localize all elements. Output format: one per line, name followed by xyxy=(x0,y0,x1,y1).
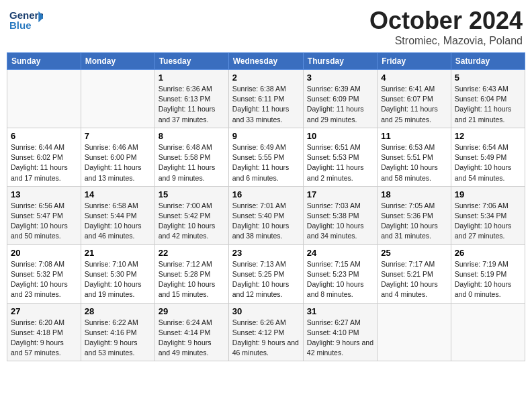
day-number: 2 xyxy=(232,73,300,83)
day-number: 8 xyxy=(159,131,225,141)
day-info: Sunrise: 7:01 AM Sunset: 5:40 PM Dayligh… xyxy=(232,201,300,242)
weekday-header-saturday: Saturday xyxy=(451,53,525,70)
day-info: Sunrise: 6:53 AM Sunset: 5:51 PM Dayligh… xyxy=(381,142,447,183)
day-number: 30 xyxy=(232,306,300,316)
weekday-header-monday: Monday xyxy=(81,53,154,70)
calendar-cell: 17Sunrise: 7:03 AM Sunset: 5:38 PM Dayli… xyxy=(303,186,377,244)
day-info: Sunrise: 6:41 AM Sunset: 6:07 PM Dayligh… xyxy=(381,84,447,125)
day-info: Sunrise: 7:05 AM Sunset: 5:36 PM Dayligh… xyxy=(381,201,447,242)
calendar-cell: 2Sunrise: 6:38 AM Sunset: 6:11 PM Daylig… xyxy=(228,70,303,128)
day-info: Sunrise: 6:49 AM Sunset: 5:55 PM Dayligh… xyxy=(232,142,300,183)
day-number: 28 xyxy=(85,306,151,316)
day-info: Sunrise: 7:17 AM Sunset: 5:21 PM Dayligh… xyxy=(381,259,447,300)
day-info: Sunrise: 6:48 AM Sunset: 5:58 PM Dayligh… xyxy=(159,142,225,183)
calendar-cell: 20Sunrise: 7:08 AM Sunset: 5:32 PM Dayli… xyxy=(7,244,81,303)
day-number: 7 xyxy=(85,131,151,141)
page-header: General Blue October 2024 Stromiec, Mazo… xyxy=(7,7,525,47)
calendar-cell: 12Sunrise: 6:54 AM Sunset: 5:49 PM Dayli… xyxy=(451,128,525,186)
calendar-cell: 8Sunrise: 6:48 AM Sunset: 5:58 PM Daylig… xyxy=(154,128,228,186)
calendar-table: SundayMondayTuesdayWednesdayThursdayFrid… xyxy=(7,52,525,361)
week-row-5: 27Sunrise: 6:20 AM Sunset: 4:18 PM Dayli… xyxy=(7,303,525,361)
calendar-cell: 15Sunrise: 7:00 AM Sunset: 5:42 PM Dayli… xyxy=(154,186,228,244)
day-info: Sunrise: 6:56 AM Sunset: 5:47 PM Dayligh… xyxy=(11,201,77,242)
day-info: Sunrise: 6:38 AM Sunset: 6:11 PM Dayligh… xyxy=(232,84,300,125)
day-info: Sunrise: 6:43 AM Sunset: 6:04 PM Dayligh… xyxy=(455,84,521,125)
day-number: 31 xyxy=(307,306,373,316)
day-info: Sunrise: 7:03 AM Sunset: 5:38 PM Dayligh… xyxy=(307,201,373,242)
day-number: 26 xyxy=(455,248,521,258)
day-info: Sunrise: 7:00 AM Sunset: 5:42 PM Dayligh… xyxy=(159,201,225,242)
day-info: Sunrise: 7:12 AM Sunset: 5:28 PM Dayligh… xyxy=(159,259,225,300)
calendar-cell xyxy=(81,70,154,128)
day-number: 18 xyxy=(381,189,447,199)
logo: General Blue xyxy=(9,7,44,34)
day-number: 22 xyxy=(159,248,225,258)
day-number: 3 xyxy=(307,73,373,83)
calendar-cell: 26Sunrise: 7:19 AM Sunset: 5:19 PM Dayli… xyxy=(451,244,525,303)
day-info: Sunrise: 6:51 AM Sunset: 5:53 PM Dayligh… xyxy=(307,142,373,183)
day-info: Sunrise: 6:58 AM Sunset: 5:44 PM Dayligh… xyxy=(85,201,151,242)
day-number: 6 xyxy=(11,131,77,141)
day-number: 20 xyxy=(11,248,77,258)
calendar-cell: 14Sunrise: 6:58 AM Sunset: 5:44 PM Dayli… xyxy=(81,186,154,244)
day-info: Sunrise: 6:27 AM Sunset: 4:10 PM Dayligh… xyxy=(307,318,373,359)
day-number: 24 xyxy=(307,248,373,258)
calendar-cell: 6Sunrise: 6:44 AM Sunset: 6:02 PM Daylig… xyxy=(7,128,81,186)
day-number: 23 xyxy=(232,248,300,258)
day-info: Sunrise: 7:15 AM Sunset: 5:23 PM Dayligh… xyxy=(307,259,373,300)
calendar-cell xyxy=(451,303,525,361)
calendar-cell xyxy=(378,303,451,361)
day-info: Sunrise: 6:44 AM Sunset: 6:02 PM Dayligh… xyxy=(11,142,77,183)
day-number: 10 xyxy=(307,131,373,141)
day-number: 13 xyxy=(11,189,77,199)
day-info: Sunrise: 6:39 AM Sunset: 6:09 PM Dayligh… xyxy=(307,84,373,125)
calendar-cell xyxy=(7,70,81,128)
day-info: Sunrise: 6:20 AM Sunset: 4:18 PM Dayligh… xyxy=(11,318,77,359)
day-number: 11 xyxy=(381,131,447,141)
weekday-header-friday: Friday xyxy=(378,53,451,70)
day-number: 14 xyxy=(85,189,151,199)
calendar-cell: 29Sunrise: 6:24 AM Sunset: 4:14 PM Dayli… xyxy=(154,303,228,361)
weekday-header-wednesday: Wednesday xyxy=(228,53,303,70)
calendar-cell: 3Sunrise: 6:39 AM Sunset: 6:09 PM Daylig… xyxy=(303,70,377,128)
day-number: 21 xyxy=(85,248,151,258)
day-number: 12 xyxy=(455,131,521,141)
calendar-cell: 7Sunrise: 6:46 AM Sunset: 6:00 PM Daylig… xyxy=(81,128,154,186)
day-number: 25 xyxy=(381,248,447,258)
calendar-cell: 9Sunrise: 6:49 AM Sunset: 5:55 PM Daylig… xyxy=(228,128,303,186)
week-row-2: 6Sunrise: 6:44 AM Sunset: 6:02 PM Daylig… xyxy=(7,128,525,186)
calendar-cell: 27Sunrise: 6:20 AM Sunset: 4:18 PM Dayli… xyxy=(7,303,81,361)
weekday-header-thursday: Thursday xyxy=(303,53,377,70)
week-row-3: 13Sunrise: 6:56 AM Sunset: 5:47 PM Dayli… xyxy=(7,186,525,244)
calendar-cell: 21Sunrise: 7:10 AM Sunset: 5:30 PM Dayli… xyxy=(81,244,154,303)
day-number: 16 xyxy=(232,189,300,199)
day-info: Sunrise: 7:06 AM Sunset: 5:34 PM Dayligh… xyxy=(455,201,521,242)
day-info: Sunrise: 6:26 AM Sunset: 4:12 PM Dayligh… xyxy=(232,318,300,359)
calendar-cell: 16Sunrise: 7:01 AM Sunset: 5:40 PM Dayli… xyxy=(228,186,303,244)
day-info: Sunrise: 6:24 AM Sunset: 4:14 PM Dayligh… xyxy=(159,318,225,359)
calendar-cell: 25Sunrise: 7:17 AM Sunset: 5:21 PM Dayli… xyxy=(378,244,451,303)
week-row-1: 1Sunrise: 6:36 AM Sunset: 6:13 PM Daylig… xyxy=(7,70,525,128)
day-number: 4 xyxy=(381,73,447,83)
title-block: October 2024 Stromiec, Mazovia, Poland xyxy=(369,7,523,47)
day-number: 17 xyxy=(307,189,373,199)
day-info: Sunrise: 6:54 AM Sunset: 5:49 PM Dayligh… xyxy=(455,142,521,183)
calendar-cell: 31Sunrise: 6:27 AM Sunset: 4:10 PM Dayli… xyxy=(303,303,377,361)
day-info: Sunrise: 7:10 AM Sunset: 5:30 PM Dayligh… xyxy=(85,259,151,300)
day-number: 19 xyxy=(455,189,521,199)
day-number: 1 xyxy=(159,73,225,83)
day-info: Sunrise: 6:36 AM Sunset: 6:13 PM Dayligh… xyxy=(159,84,225,125)
day-number: 9 xyxy=(232,131,300,141)
day-info: Sunrise: 7:08 AM Sunset: 5:32 PM Dayligh… xyxy=(11,259,77,300)
logo-icon: General Blue xyxy=(9,7,43,34)
day-number: 15 xyxy=(159,189,225,199)
month-title: October 2024 xyxy=(369,7,523,35)
calendar-cell: 19Sunrise: 7:06 AM Sunset: 5:34 PM Dayli… xyxy=(451,186,525,244)
calendar-cell: 22Sunrise: 7:12 AM Sunset: 5:28 PM Dayli… xyxy=(154,244,228,303)
calendar-cell: 28Sunrise: 6:22 AM Sunset: 4:16 PM Dayli… xyxy=(81,303,154,361)
location-subtitle: Stromiec, Mazovia, Poland xyxy=(369,35,523,47)
weekday-header-row: SundayMondayTuesdayWednesdayThursdayFrid… xyxy=(7,53,525,70)
day-number: 27 xyxy=(11,306,77,316)
calendar-cell: 5Sunrise: 6:43 AM Sunset: 6:04 PM Daylig… xyxy=(451,70,525,128)
day-info: Sunrise: 7:19 AM Sunset: 5:19 PM Dayligh… xyxy=(455,259,521,300)
